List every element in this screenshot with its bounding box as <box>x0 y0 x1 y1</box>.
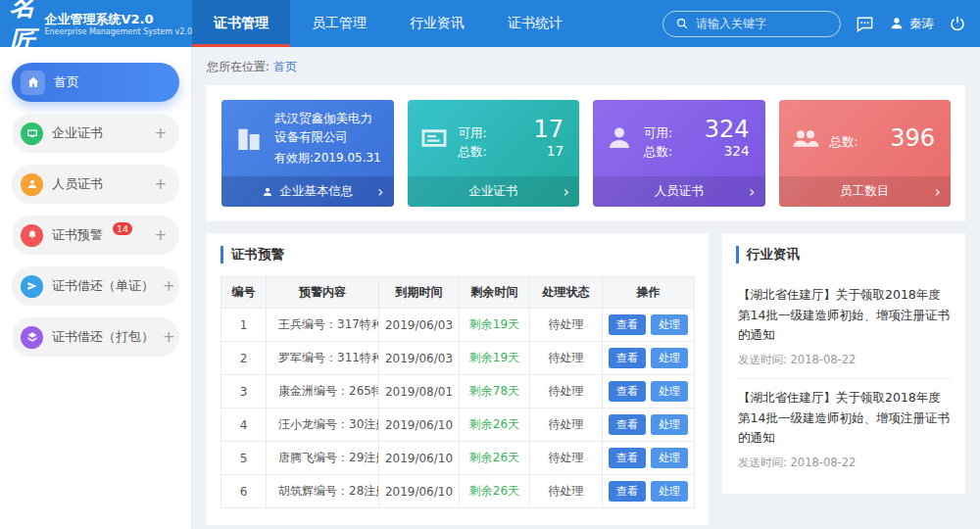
cell-content: 康金洲编号：265特种作... <box>267 375 379 409</box>
cell-content: 王兵编号：317特种作业... <box>267 309 379 342</box>
view-button[interactable]: 查看 <box>609 348 646 368</box>
app-subtitle: Eneerprise Management System v2.0 <box>44 27 192 36</box>
nav-cert-statistics[interactable]: 证书统计 <box>486 0 584 47</box>
handle-button[interactable]: 处理 <box>651 481 688 502</box>
staff-card-footer[interactable]: 员工数目 › <box>779 176 952 207</box>
breadcrumb: 您所在位置:首页 <box>207 59 965 75</box>
table-row: 3 康金洲编号：265特种作... 2019/08/01 剩余78天 待处理 查… <box>221 375 695 409</box>
sidebar-item-label: 证书预警 <box>52 226 103 244</box>
cell-status: 待处理 <box>530 342 603 375</box>
expand-plus-icon[interactable]: + <box>154 175 167 193</box>
cert-alert-title: 证书预警 <box>220 246 695 264</box>
view-button[interactable]: 查看 <box>609 448 646 468</box>
cell-remain: 剩余26天 <box>460 475 530 508</box>
handle-button[interactable]: 处理 <box>651 314 688 335</box>
enterprise-cert-card[interactable]: 可用: 17 总数: 17 企业证书 › <box>408 100 580 207</box>
sidebar-item-cert-alerts[interactable]: 证书预警 14 + <box>12 216 179 255</box>
app-title: 企业管理系统V2.0 <box>44 11 192 28</box>
table-row: 2 罗军编号：311特种作业... 2019/06/03 剩余19天 待处理 查… <box>221 342 695 375</box>
col-content: 预警内容 <box>267 277 379 309</box>
company-card-footer-label: 企业基本信息 <box>279 183 353 200</box>
total-label: 总数: <box>459 144 487 161</box>
chevron-right-icon: › <box>564 184 569 200</box>
nav-cert-management[interactable]: 证书管理 <box>192 0 290 47</box>
col-expire: 到期时间 <box>379 277 460 309</box>
news-time-value: 2018-08-22 <box>791 456 857 469</box>
expand-plus-icon[interactable]: + <box>163 328 175 346</box>
cell-no: 1 <box>221 309 267 342</box>
sidebar-item-label: 企业证书 <box>52 124 103 142</box>
top-bar: 名匠 企业管理系统V2.0 Eneerprise Management Syst… <box>0 0 980 47</box>
sidebar-item-label: 首页 <box>54 73 79 91</box>
total-label: 总数: <box>644 144 672 161</box>
sidebar-item-cert-loan-single[interactable]: 证书借还（单证） + <box>12 266 179 306</box>
company-name: 武汉贸鑫伽美电力设备有限公司 <box>274 110 382 147</box>
handle-button[interactable]: 处理 <box>651 381 688 402</box>
col-ops: 操作 <box>603 277 695 309</box>
view-button[interactable]: 查看 <box>609 381 646 402</box>
cell-no: 5 <box>221 442 267 475</box>
cell-remain: 剩余78天 <box>460 375 530 409</box>
handle-button[interactable]: 处理 <box>651 414 688 435</box>
staff-footer-label: 员工数目 <box>840 183 889 200</box>
company-card-footer[interactable]: 企业基本信息 › <box>221 176 394 207</box>
industry-news-panel: 行业资讯 【湖北省住建厅】关于领取2018年度第14批一级建造师初始、增项注册证… <box>722 233 965 494</box>
enterprise-cert-card-footer[interactable]: 企业证书 › <box>408 176 580 207</box>
breadcrumb-home-link[interactable]: 首页 <box>273 60 297 73</box>
handle-button[interactable]: 处理 <box>651 348 688 368</box>
chevron-right-icon: › <box>749 184 755 200</box>
expand-plus-icon[interactable]: + <box>154 124 167 142</box>
search-box[interactable] <box>662 11 841 37</box>
person-icon <box>605 123 634 153</box>
company-validity: 有效期:2019.05.31 <box>274 150 382 167</box>
cell-expire: 2019/06/03 <box>379 309 460 342</box>
message-icon[interactable] <box>856 15 874 33</box>
cell-content: 汪小龙编号：30注册类人... <box>267 409 379 442</box>
sidebar-item-enterprise-cert[interactable]: 企业证书 + <box>12 114 179 153</box>
breadcrumb-label: 您所在位置: <box>207 60 270 73</box>
expand-plus-icon[interactable]: + <box>163 277 175 295</box>
chevron-right-icon: › <box>935 184 941 200</box>
news-item[interactable]: 【湖北省住建厅】关于领取2018年度第14批一级建造师初始、增项注册证书的通知 … <box>736 276 952 379</box>
person-cert-footer-label: 人员证书 <box>655 183 704 200</box>
cell-ops: 查看处理 <box>603 409 695 442</box>
table-row: 1 王兵编号：317特种作业... 2019/06/03 剩余19天 待处理 查… <box>221 309 695 342</box>
view-button[interactable]: 查看 <box>609 481 646 502</box>
top-right-tools: 秦涛 <box>662 0 980 47</box>
search-icon <box>675 17 689 30</box>
cell-no: 6 <box>221 475 267 508</box>
staff-count-card[interactable]: 总数: 396 员工数目 › <box>779 100 952 207</box>
cell-no: 3 <box>221 375 267 409</box>
enterprise-cert-footer-label: 企业证书 <box>468 183 517 200</box>
sidebar-item-home[interactable]: 首页 <box>12 63 179 102</box>
sidebar-item-person-cert[interactable]: 人员证书 + <box>12 165 179 204</box>
cell-expire: 2019/06/10 <box>379 475 460 508</box>
cell-expire: 2019/08/01 <box>379 375 460 409</box>
view-button[interactable]: 查看 <box>609 414 646 435</box>
nav-industry-news[interactable]: 行业资讯 <box>388 0 486 47</box>
cell-status: 待处理 <box>530 409 603 442</box>
chevron-right-icon: › <box>377 184 383 200</box>
logout-power-icon[interactable] <box>949 15 966 32</box>
top-nav: 证书管理 员工管理 行业资讯 证书统计 <box>192 0 584 47</box>
news-item[interactable]: 【湖北省住建厅】关于领取2018年度第14批一级建造师初始、增项注册证书的通知 … <box>736 379 952 481</box>
cell-status: 待处理 <box>530 475 603 508</box>
expand-plus-icon[interactable]: + <box>154 226 167 244</box>
available-value: 324 <box>705 116 750 143</box>
cell-expire: 2019/06/03 <box>379 342 460 375</box>
handle-button[interactable]: 处理 <box>651 448 688 468</box>
user-menu[interactable]: 秦涛 <box>889 16 934 32</box>
sidebar-item-cert-loan-package[interactable]: 证书借还（打包） + <box>12 317 179 357</box>
nav-staff-management[interactable]: 员工管理 <box>290 0 388 47</box>
col-status: 处理状态 <box>530 277 603 309</box>
table-header-row: 编号 预警内容 到期时间 剩余时间 处理状态 操作 <box>221 277 695 309</box>
view-button[interactable]: 查看 <box>609 314 646 335</box>
person-cert-card[interactable]: 可用: 324 总数: 324 人员证书 › <box>593 100 765 207</box>
cell-status: 待处理 <box>530 309 603 342</box>
person-cert-card-footer[interactable]: 人员证书 › <box>593 176 765 207</box>
send-icon <box>21 275 43 298</box>
company-info-card[interactable]: 武汉贸鑫伽美电力设备有限公司 有效期:2019.05.31 企业基本信息 › <box>221 100 394 207</box>
search-input[interactable] <box>696 17 818 30</box>
cell-content: 罗军编号：311特种作业... <box>267 342 379 375</box>
table-row: 6 胡筑辉编号：28注册类人... 2019/06/10 剩余26天 待处理 查… <box>221 475 695 508</box>
